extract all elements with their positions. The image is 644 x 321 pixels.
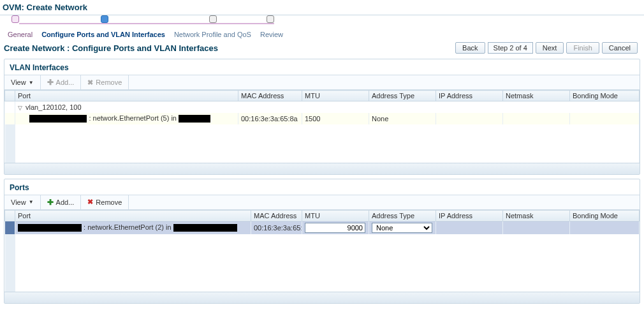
- cell-netmask: [503, 113, 570, 124]
- vlan-add-button: ✚ Add...: [41, 75, 82, 89]
- cell-netmask: [503, 221, 570, 234]
- row-handle-header: [5, 210, 15, 221]
- finish-button: Finish: [566, 42, 599, 54]
- cell-port: : network.EthernetPort (5) in: [15, 113, 238, 124]
- col-ip[interactable]: IP Address: [436, 210, 503, 221]
- cell-ip: [436, 113, 503, 124]
- wizard-node-review[interactable]: [267, 15, 274, 23]
- vlan-table: Port MAC Address MTU Address Type IP Add…: [4, 90, 640, 163]
- ports-toolbar: View ▼ ✚ Add... ✖ Remove: [4, 195, 640, 210]
- remove-label: Remove: [96, 78, 122, 86]
- wizard-label-configure-ports[interactable]: Configure Ports and VLAN Interfaces: [41, 31, 165, 38]
- col-mtu[interactable]: MTU: [302, 210, 369, 221]
- row-handle-header: [5, 91, 15, 101]
- nav-buttons: Back Step 2 of 4 Next Finish Cancel: [455, 42, 638, 54]
- ports-empty-space: [5, 234, 640, 292]
- add-label: Add...: [56, 78, 75, 86]
- col-port[interactable]: Port: [15, 210, 251, 221]
- cell-port: : network.EthernetPort (2) in: [15, 221, 251, 234]
- step-indicator: Step 2 of 4: [488, 42, 533, 54]
- redacted-host: [18, 224, 82, 232]
- plus-icon: ✚: [47, 78, 54, 87]
- ports-header-row: Port MAC Address MTU Address Type IP Add…: [5, 210, 640, 221]
- row-handle[interactable]: [5, 101, 15, 113]
- vlan-interfaces-panel: VLAN Interfaces View ▼ ✚ Add... ✖ Remove…: [4, 59, 640, 175]
- cell-ip: [436, 221, 503, 234]
- subheader-title: Create Network : Configure Ports and VLA…: [4, 43, 218, 53]
- ports-table-wrap: Port MAC Address MTU Address Type IP Add…: [4, 210, 640, 292]
- vlan-table-footer: [4, 163, 640, 174]
- page-title: OVM: Create Network: [3, 3, 87, 12]
- vlan-view-menu[interactable]: View ▼: [4, 75, 41, 89]
- vlan-toolbar: View ▼ ✚ Add... ✖ Remove: [4, 75, 640, 90]
- cell-addr-type: None: [369, 113, 436, 124]
- back-button[interactable]: Back: [455, 42, 485, 54]
- wizard-node-general[interactable]: [11, 15, 19, 23]
- subheader-row: Create Network : Configure Ports and VLA…: [0, 40, 644, 57]
- view-label: View: [11, 78, 26, 86]
- row-handle[interactable]: [5, 221, 15, 234]
- vlan-table-wrap: Port MAC Address MTU Address Type IP Add…: [4, 90, 640, 163]
- chevron-down-icon: ▼: [29, 80, 34, 86]
- cell-mtu: [302, 221, 369, 234]
- address-type-select[interactable]: None: [372, 223, 432, 233]
- ports-add-button[interactable]: ✚ Add...: [41, 195, 82, 209]
- view-label: View: [11, 198, 26, 206]
- add-label: Add...: [56, 198, 75, 206]
- chevron-down-icon: ▼: [29, 199, 34, 205]
- ports-table: Port MAC Address MTU Address Type IP Add…: [4, 210, 640, 292]
- wizard-steps: General Configure Ports and VLAN Interfa…: [0, 15, 644, 40]
- ports-data-row[interactable]: : network.EthernetPort (2) in 00:16:3e:3…: [5, 221, 640, 234]
- vlan-remove-button: ✖ Remove: [81, 75, 129, 89]
- next-button[interactable]: Next: [536, 42, 564, 54]
- vlan-panel-title: VLAN Interfaces: [4, 59, 640, 75]
- port-mid: : network.EthernetPort (5) in: [89, 114, 177, 122]
- wizard-label-review[interactable]: Review: [260, 31, 283, 38]
- col-ip[interactable]: IP Address: [436, 91, 503, 101]
- ports-remove-button[interactable]: ✖ Remove: [81, 195, 129, 209]
- remove-label: Remove: [96, 198, 122, 206]
- vlan-group-row[interactable]: ▽ vlan_120102, 100: [5, 101, 640, 113]
- page-header: OVM: Create Network: [0, 0, 644, 15]
- x-icon: ✖: [87, 198, 93, 206]
- vlan-header-row: Port MAC Address MTU Address Type IP Add…: [5, 91, 640, 101]
- col-mac[interactable]: MAC Address: [251, 210, 302, 221]
- group-cell[interactable]: ▽ vlan_120102, 100: [15, 101, 640, 113]
- col-addr-type[interactable]: Address Type: [369, 91, 436, 101]
- row-handle[interactable]: [5, 113, 15, 124]
- redacted-host: [29, 115, 87, 123]
- wizard-label-general[interactable]: General: [8, 31, 33, 38]
- vlan-empty-space: [5, 124, 640, 163]
- wizard-label-network-profile[interactable]: Network Profile and QoS: [174, 31, 251, 38]
- x-icon: ✖: [87, 78, 93, 87]
- ports-panel-title: Ports: [4, 179, 640, 195]
- group-label: vlan_120102, 100: [26, 103, 81, 111]
- cell-bonding: [570, 113, 640, 124]
- col-bonding[interactable]: Bonding Mode: [570, 210, 640, 221]
- mtu-input[interactable]: [305, 223, 365, 233]
- wizard-node-configure-ports[interactable]: [101, 15, 108, 23]
- ports-panel: Ports View ▼ ✚ Add... ✖ Remove Port MAC …: [4, 179, 640, 304]
- cell-bonding: [570, 221, 640, 234]
- redacted-suffix: [179, 115, 210, 123]
- port-mid: : network.EthernetPort (2) in: [84, 223, 172, 231]
- col-mtu[interactable]: MTU: [302, 91, 369, 101]
- col-netmask[interactable]: Netmask: [503, 91, 570, 101]
- redacted-suffix: [173, 224, 237, 232]
- cancel-button[interactable]: Cancel: [602, 42, 638, 54]
- cell-mac: 00:16:3e:3a:65:8a: [238, 113, 302, 124]
- wizard-line: [19, 23, 274, 24]
- cell-mtu: 1500: [302, 113, 369, 124]
- col-port[interactable]: Port: [15, 91, 238, 101]
- cell-addr-type: None: [369, 221, 436, 234]
- wizard-node-network-profile[interactable]: [209, 15, 217, 23]
- vlan-data-row[interactable]: : network.EthernetPort (5) in 00:16:3e:3…: [5, 113, 640, 124]
- col-bonding[interactable]: Bonding Mode: [570, 91, 640, 101]
- cell-mac: 00:16:3e:3a:65:87: [251, 221, 302, 234]
- col-netmask[interactable]: Netmask: [503, 210, 570, 221]
- col-mac[interactable]: MAC Address: [238, 91, 302, 101]
- ports-view-menu[interactable]: View ▼: [4, 195, 41, 209]
- ports-table-footer: [4, 292, 640, 303]
- col-addr-type[interactable]: Address Type: [369, 210, 436, 221]
- triangle-down-icon: ▽: [18, 105, 22, 111]
